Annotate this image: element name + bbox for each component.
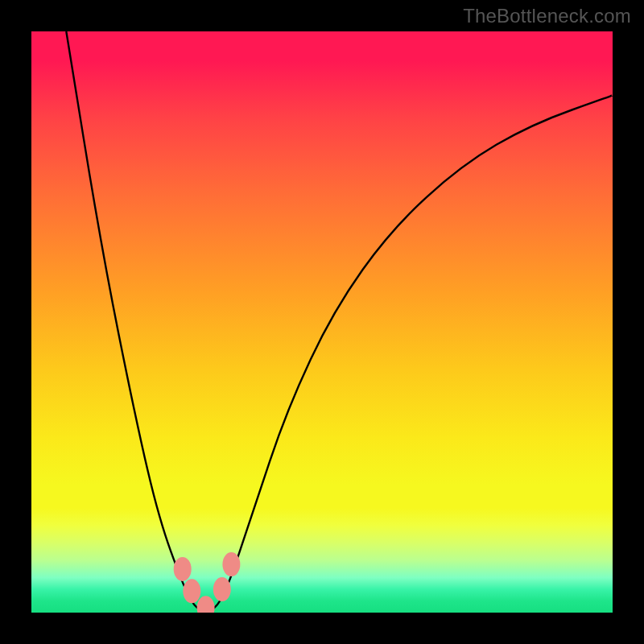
curve-svg	[31, 31, 613, 613]
bottleneck-curve-path	[66, 31, 613, 611]
dot-left-2	[183, 579, 200, 603]
chart-frame: TheBottleneck.com	[0, 0, 644, 644]
dot-right-2	[222, 552, 240, 576]
watermark-text: TheBottleneck.com	[463, 5, 631, 27]
dot-bottom	[197, 596, 215, 613]
plot-area	[31, 31, 613, 613]
dot-right-1	[213, 577, 231, 601]
dot-left-1	[174, 557, 192, 581]
